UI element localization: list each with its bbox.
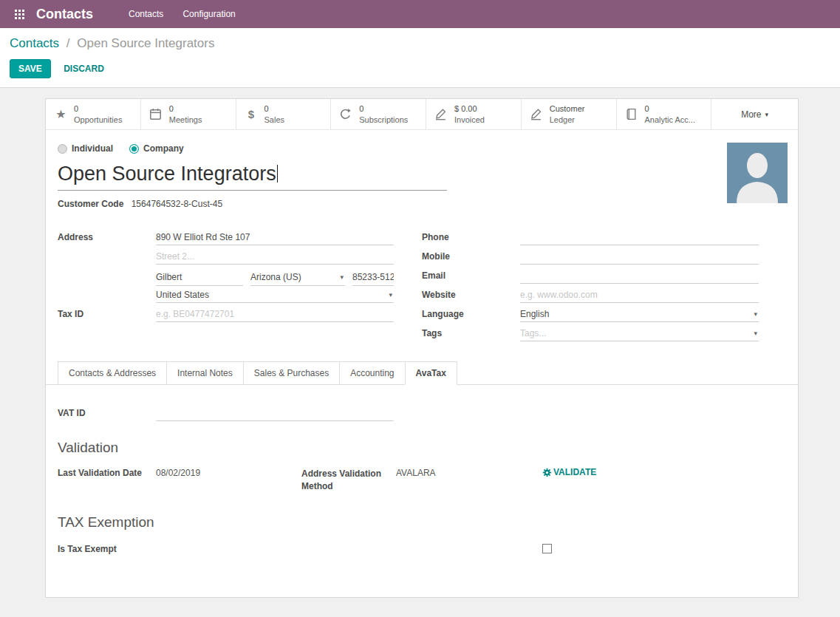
address-validation-method-value: AVALARA xyxy=(396,468,542,478)
country-value: United States xyxy=(156,290,209,300)
phone-label: Phone xyxy=(422,228,520,248)
address-validation-method-label: Address Validation Method xyxy=(301,468,396,494)
stat-label: Opportunities xyxy=(74,115,122,125)
customer-code-label: Customer Code xyxy=(58,199,123,209)
control-panel-actions: SAVE DISCARD xyxy=(10,59,840,78)
stat-customer-ledger-button[interactable]: Customer Ledger xyxy=(522,99,617,129)
name-input[interactable]: Open Source Integrators xyxy=(58,161,447,191)
website-label: Website xyxy=(422,286,520,305)
website-input[interactable] xyxy=(520,286,759,303)
apps-menu-button[interactable] xyxy=(12,7,27,22)
tax-id-label: Tax ID xyxy=(58,305,156,324)
radio-individual[interactable]: Individual xyxy=(58,143,113,154)
radio-company[interactable]: Company xyxy=(129,143,184,154)
contact-avatar[interactable] xyxy=(727,143,788,203)
street-input[interactable] xyxy=(156,228,394,245)
stat-meetings-button[interactable]: 0 Meetings xyxy=(141,99,236,129)
radio-circle-checked xyxy=(129,144,139,154)
stat-value: 0 xyxy=(645,103,695,114)
tab-sales-purchases[interactable]: Sales & Purchases xyxy=(243,361,340,384)
tags-select[interactable]: Tags... ▾ xyxy=(520,324,759,341)
save-button[interactable]: SAVE xyxy=(10,59,51,78)
more-label: More xyxy=(741,109,761,120)
state-select[interactable]: Arizona (US) ▾ xyxy=(250,267,345,286)
stat-label: Sales xyxy=(264,115,285,125)
vat-id-input[interactable] xyxy=(156,404,394,421)
stat-subscriptions-button[interactable]: 0 Subscriptions xyxy=(331,99,426,129)
stat-value: Customer xyxy=(550,103,585,114)
record-name: Open Source Integrators xyxy=(58,163,276,185)
more-button[interactable]: More ▾ xyxy=(711,99,798,129)
field-columns: Address xyxy=(58,228,786,344)
last-validation-date-value: 08/02/2019 xyxy=(156,468,301,478)
validate-button[interactable]: VALIDATE xyxy=(542,467,596,477)
stat-invoiced-button[interactable]: $ 0.00 Invoiced xyxy=(426,99,522,129)
tab-avatax[interactable]: AvaTax xyxy=(405,361,457,385)
tags-placeholder: Tags... xyxy=(520,328,546,338)
phone-input[interactable] xyxy=(520,228,759,245)
language-value: English xyxy=(520,309,549,319)
form-sheet: ★ 0 Opportunities 0 Meeting xyxy=(45,98,799,598)
stat-text: 0 Subscriptions xyxy=(359,103,408,125)
app-title[interactable]: Contacts xyxy=(36,7,93,22)
breadcrumb-parent-link[interactable]: Contacts xyxy=(10,36,59,50)
stat-sales-button[interactable]: $ 0 Sales xyxy=(236,99,332,129)
city-input[interactable] xyxy=(156,267,243,286)
validation-row: Last Validation Date 08/02/2019 Address … xyxy=(58,468,786,494)
apps-grid-icon xyxy=(15,10,24,19)
top-navbar: Contacts Contacts Configuration xyxy=(0,0,840,28)
stat-value: $ 0.00 xyxy=(454,103,485,114)
avatax-tab-panel: VAT ID Validation Last Validation Date 0… xyxy=(46,385,798,597)
discard-button[interactable]: DISCARD xyxy=(64,64,104,74)
stat-text: 0 Analytic Acc... xyxy=(645,103,695,125)
stat-analytic-accounts-button[interactable]: 0 Analytic Acc... xyxy=(617,99,712,129)
field-label-spacer xyxy=(58,286,156,305)
control-panel: Contacts / Open Source Integrators SAVE … xyxy=(0,28,840,88)
is-tax-exempt-checkbox[interactable] xyxy=(542,544,552,553)
mobile-input[interactable] xyxy=(520,248,759,265)
star-icon: ★ xyxy=(54,109,68,120)
country-select[interactable]: United States ▾ xyxy=(156,286,394,303)
stat-label: Invoiced xyxy=(454,115,485,125)
is-tax-exempt-label: Is Tax Exempt xyxy=(58,544,542,554)
stat-label: Ledger xyxy=(550,115,585,125)
mobile-label: Mobile xyxy=(422,248,520,267)
menu-configuration[interactable]: Configuration xyxy=(182,9,235,19)
main-area: ★ 0 Opportunities 0 Meeting xyxy=(0,88,840,617)
breadcrumb-separator: / xyxy=(66,36,70,50)
tab-internal-notes[interactable]: Internal Notes xyxy=(166,361,244,384)
right-column: Phone Mobile Email Website xyxy=(422,228,759,344)
stat-value: 0 xyxy=(359,103,408,114)
stat-text: Customer Ledger xyxy=(550,103,585,125)
menu-contacts[interactable]: Contacts xyxy=(129,9,163,19)
tab-accounting[interactable]: Accounting xyxy=(339,361,405,384)
stat-text: 0 Meetings xyxy=(169,103,202,125)
tax-id-input[interactable] xyxy=(156,305,394,322)
language-select[interactable]: English ▾ xyxy=(520,305,759,322)
stat-opportunities-button[interactable]: ★ 0 Opportunities xyxy=(46,99,141,129)
individual-label: Individual xyxy=(72,143,113,154)
zip-input[interactable] xyxy=(352,267,394,286)
field-label-spacer xyxy=(58,248,156,267)
validate-label: VALIDATE xyxy=(553,467,596,477)
book-icon xyxy=(625,108,639,120)
stat-button-row: ★ 0 Opportunities 0 Meeting xyxy=(46,99,798,130)
tab-bar: Contacts & Addresses Internal Notes Sale… xyxy=(46,361,798,385)
caret-down-icon: ▾ xyxy=(389,291,392,299)
company-label: Company xyxy=(143,143,184,154)
last-validation-date-label: Last Validation Date xyxy=(58,468,156,478)
street2-input[interactable] xyxy=(156,248,394,265)
refresh-icon xyxy=(339,108,353,120)
tags-label: Tags xyxy=(422,324,520,344)
tax-exemption-section-title: TAX Exemption xyxy=(58,514,786,531)
validation-section-title: Validation xyxy=(58,440,786,456)
stat-text: 0 Sales xyxy=(264,103,285,125)
stat-value: 0 xyxy=(169,103,202,114)
email-input[interactable] xyxy=(520,267,759,284)
caret-down-icon: ▾ xyxy=(754,310,757,318)
email-label: Email xyxy=(422,267,520,286)
text-cursor xyxy=(277,165,278,183)
language-label: Language xyxy=(422,305,520,324)
tab-contacts-addresses[interactable]: Contacts & Addresses xyxy=(58,361,167,384)
edit-icon xyxy=(434,108,448,120)
